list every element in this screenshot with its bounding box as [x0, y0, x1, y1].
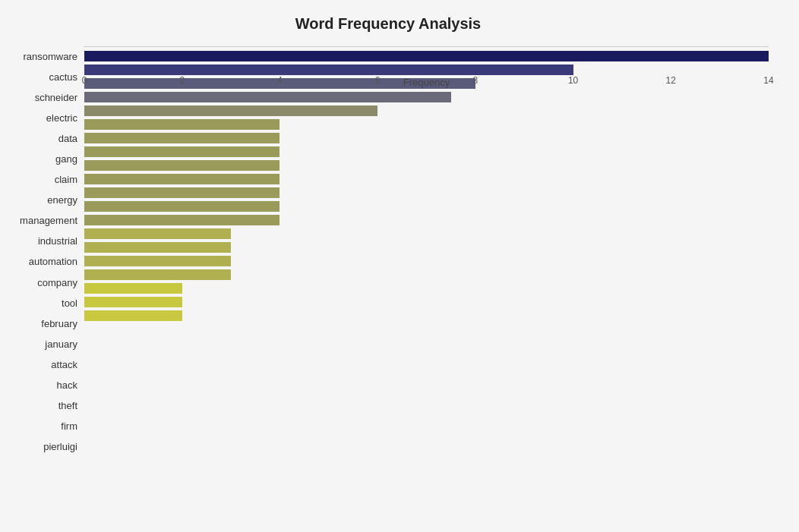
- bar-row: [84, 159, 769, 172]
- bars-and-grid: 02468101214 Frequency: [84, 46, 769, 47]
- bar-row: [84, 282, 769, 295]
- bar: [84, 174, 279, 184]
- bar-row: [84, 213, 769, 227]
- y-axis-label: pierluigi: [43, 436, 77, 457]
- bar-row: [84, 49, 769, 63]
- bar: [84, 160, 279, 171]
- y-axis-label: tool: [62, 293, 77, 313]
- chart-area: ransomwarecactusschneiderelectricdatagan…: [8, 46, 769, 457]
- x-tick: 2: [179, 75, 185, 86]
- y-axis-label: gang: [55, 149, 77, 169]
- bar: [84, 201, 279, 212]
- bar: [84, 187, 279, 198]
- y-axis-label: cactus: [49, 67, 77, 87]
- bar: [84, 310, 182, 321]
- y-axis: ransomwarecactusschneiderelectricdatagan…: [8, 46, 84, 457]
- y-axis-label: management: [20, 210, 77, 231]
- x-tick: 4: [277, 75, 283, 86]
- bar: [84, 133, 279, 143]
- y-axis-label: firm: [61, 416, 77, 436]
- y-axis-label: ransomware: [23, 46, 77, 67]
- y-axis-label: claim: [55, 169, 77, 190]
- bar: [84, 283, 182, 294]
- bar-row: [84, 200, 769, 213]
- chart-container: Word Frequency Analysis ransomwarecactus…: [0, 0, 799, 532]
- x-tick: 12: [666, 75, 676, 86]
- x-tick: 0: [82, 75, 87, 86]
- bar: [84, 119, 279, 130]
- bar: [84, 269, 231, 280]
- bar-row: [84, 145, 769, 159]
- bar-row: [84, 118, 769, 131]
- bar: [84, 105, 377, 116]
- y-axis-label: schneider: [35, 87, 77, 108]
- y-axis-label: electric: [46, 108, 77, 128]
- bar-row: [84, 172, 769, 186]
- y-axis-label: industrial: [38, 231, 77, 251]
- bar-row: [84, 309, 769, 323]
- bar: [84, 228, 231, 239]
- bar: [84, 146, 279, 157]
- bar-row: [84, 104, 769, 118]
- bar-row: [84, 227, 769, 241]
- bar: [84, 215, 279, 225]
- chart-title: Word Frequency Analysis: [8, 15, 769, 33]
- y-axis-label: hack: [57, 375, 77, 395]
- y-axis-label: january: [45, 334, 77, 354]
- bar-row: [84, 268, 769, 282]
- x-tick: 8: [473, 75, 478, 86]
- bar: [84, 297, 182, 307]
- y-axis-label: energy: [47, 190, 77, 210]
- y-axis-label: data: [58, 128, 77, 149]
- bar: [84, 65, 573, 75]
- x-axis-label: Frequency: [403, 77, 450, 88]
- x-tick: 10: [568, 75, 578, 86]
- bar-row: [84, 254, 769, 268]
- bar: [84, 256, 231, 266]
- bar: [84, 242, 231, 253]
- y-axis-label: february: [41, 313, 77, 334]
- bar-row: [84, 131, 769, 145]
- x-tick: 6: [375, 75, 381, 86]
- y-axis-label: theft: [58, 395, 77, 416]
- y-axis-label: attack: [51, 354, 77, 375]
- y-axis-label: automation: [29, 251, 77, 272]
- bar: [84, 51, 769, 61]
- bars-wrapper: [84, 46, 769, 52]
- bar-row: [84, 241, 769, 254]
- bar-row: [84, 90, 769, 104]
- bar: [84, 92, 451, 102]
- bar-row: [84, 295, 769, 309]
- x-tick: 14: [763, 75, 773, 86]
- y-axis-label: company: [37, 272, 77, 293]
- bar-row: [84, 186, 769, 200]
